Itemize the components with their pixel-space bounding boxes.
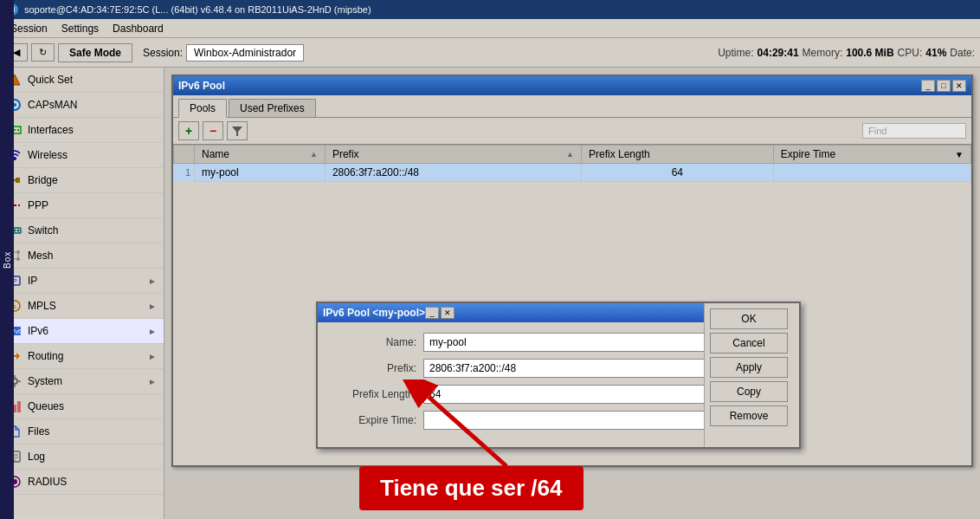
system-arrow: ► — [148, 377, 157, 386]
sidebar-label-system: System — [28, 375, 143, 387]
dialog-outer: Name: Prefix: Prefix Length: Expire Time… — [318, 322, 799, 447]
cell-prefix-length: 64 — [581, 164, 773, 182]
memory-value: 100.6 MiB — [846, 47, 893, 59]
prefix-label: Prefix: — [328, 362, 423, 374]
sidebar-item-ip[interactable]: IP IP ► — [0, 269, 164, 294]
cpu-value: 41% — [925, 47, 946, 59]
sidebar-label-interfaces: Interfaces — [28, 124, 157, 136]
sidebar-item-queues[interactable]: Queues — [0, 394, 164, 419]
sidebar-label-quick-set: Quick Set — [28, 74, 157, 86]
sidebar-label-log: Log — [28, 451, 157, 463]
close-button[interactable]: ✕ — [952, 80, 966, 92]
table-toolbar: + − Find — [173, 118, 971, 145]
sidebar-item-interfaces[interactable]: Interfaces — [0, 118, 164, 143]
table-row[interactable]: 1 my-pool 2806:3f7:a200::/48 64 — [174, 164, 971, 182]
title-bar: M soporte@C4:AD:34:7E:92:5C (L... (64bit… — [0, 0, 980, 19]
toolbar: ◀ ↻ Safe Mode Session: Winbox-Administra… — [0, 38, 980, 68]
col-prefix-length: Prefix Length — [581, 146, 773, 164]
svg-rect-7 — [14, 129, 16, 131]
svg-point-17 — [17, 230, 20, 232]
menu-settings[interactable]: Settings — [55, 21, 106, 36]
status-section: Uptime: 04:29:41 Memory: 100.6 MiB CPU: … — [718, 47, 975, 59]
sidebar-item-ppp[interactable]: PPP — [0, 193, 164, 218]
sidebar-item-wireless[interactable]: Wireless — [0, 143, 164, 168]
sidebar-item-mpls[interactable]: ML MPLS ► — [0, 294, 164, 319]
remove-button[interactable]: Remove — [710, 405, 788, 426]
sidebar-item-files[interactable]: Files — [0, 419, 164, 444]
dialog-title-text: IPv6 Pool <my-pool> — [323, 307, 425, 319]
expire-time-label: Expire Time: — [328, 414, 423, 426]
dialog-close-button[interactable]: ✕ — [441, 307, 455, 319]
apply-button[interactable]: Apply — [710, 357, 788, 378]
sidebar-item-system[interactable]: System ► — [0, 369, 164, 394]
sidebar-label-queues: Queues — [28, 400, 157, 412]
sidebar-label-mpls: MPLS — [28, 300, 143, 312]
sidebar-item-bridge[interactable]: Bridge — [0, 168, 164, 193]
pool-window-title: IPv6 Pool _ □ ✕ — [173, 76, 971, 95]
add-button[interactable]: + — [178, 121, 199, 140]
row-number: 1 — [174, 164, 195, 182]
mpls-arrow: ► — [148, 302, 157, 311]
sidebar-item-routing[interactable]: Routing ► — [0, 344, 164, 369]
tab-used-prefixes[interactable]: Used Prefixes — [229, 99, 316, 117]
routing-arrow: ► — [148, 352, 157, 361]
safe-mode-button[interactable]: Safe Mode — [58, 43, 132, 62]
pool-table: Name ▲ Prefix ▲ Pre — [173, 145, 971, 182]
menu-bar: Session Settings Dashboard — [0, 19, 980, 38]
menu-dashboard[interactable]: Dashboard — [106, 21, 171, 36]
pool-window-title-text: IPv6 Pool — [178, 80, 921, 92]
cell-name: my-pool — [195, 164, 326, 182]
sidebar-label-ip: IP — [28, 275, 143, 287]
pool-tab-bar: Pools Used Prefixes — [173, 95, 971, 118]
sidebar-label-mesh: Mesh — [28, 250, 157, 262]
dialog-window-controls: _ ✕ — [425, 307, 455, 319]
refresh-button[interactable]: ↻ — [31, 43, 55, 62]
sidebar-item-radius[interactable]: RADIUS — [0, 470, 164, 495]
ok-button[interactable]: OK — [710, 308, 788, 329]
memory-label: Memory: — [803, 47, 843, 59]
col-name: Name ▲ — [195, 146, 326, 164]
find-input[interactable]: Find — [862, 123, 966, 139]
sidebar-item-quick-set[interactable]: Quick Set — [0, 68, 164, 93]
cancel-button[interactable]: Cancel — [710, 333, 788, 354]
sidebar-item-mesh[interactable]: Mesh — [0, 243, 164, 269]
sidebar-item-ipv6[interactable]: IPv6 IPv6 ► — [0, 319, 164, 344]
tab-pools[interactable]: Pools — [178, 99, 227, 118]
sidebar-label-routing: Routing — [28, 350, 143, 362]
cpu-label: CPU: — [898, 47, 923, 59]
uptime-label: Uptime: — [718, 47, 753, 59]
dialog-buttons: OK Cancel Apply Copy Remove — [704, 303, 799, 447]
annotation-banner: Tiene que ser /64 — [359, 466, 583, 510]
sidebar-item-capsman[interactable]: CAPsMAN — [0, 93, 164, 118]
copy-button[interactable]: Copy — [710, 381, 788, 402]
minimize-button[interactable]: _ — [921, 80, 935, 92]
cell-expire-time — [773, 164, 970, 182]
col-prefix: Prefix ▲ — [325, 146, 581, 164]
sidebar-label-radius: RADIUS — [28, 476, 157, 488]
col-num — [174, 146, 195, 164]
ipv6-arrow: ► — [148, 327, 157, 336]
session-label: Session: — [143, 47, 183, 59]
vertical-label: Box — [0, 0, 14, 519]
sidebar: Quick Set CAPsMAN Interfaces Wireless Br… — [0, 68, 164, 519]
sidebar-label-files: Files — [28, 425, 157, 438]
date-label: Date: — [950, 47, 975, 59]
maximize-button[interactable]: □ — [937, 80, 951, 92]
svg-rect-39 — [17, 401, 21, 412]
dialog-minimize-button[interactable]: _ — [425, 307, 439, 319]
remove-button[interactable]: − — [203, 121, 223, 140]
window-controls: _ □ ✕ — [921, 80, 966, 92]
content-area: IPv6 Pool _ □ ✕ Pools Used Prefixes + − — [164, 68, 980, 519]
prefix-length-label: Prefix Length: — [328, 388, 423, 400]
svg-rect-8 — [17, 129, 19, 131]
sidebar-item-log[interactable]: Log — [0, 444, 164, 470]
uptime-value: 04:29:41 — [758, 47, 799, 59]
sidebar-label-ipv6: IPv6 — [28, 325, 143, 337]
sidebar-label-wireless: Wireless — [28, 149, 157, 161]
svg-marker-46 — [232, 127, 242, 136]
edit-dialog: IPv6 Pool <my-pool> _ ✕ Name: Prefix: — [316, 302, 801, 449]
ip-arrow: ► — [148, 276, 157, 286]
name-label: Name: — [328, 336, 423, 348]
filter-button[interactable] — [227, 121, 248, 140]
sidebar-item-switch[interactable]: Switch — [0, 218, 164, 243]
